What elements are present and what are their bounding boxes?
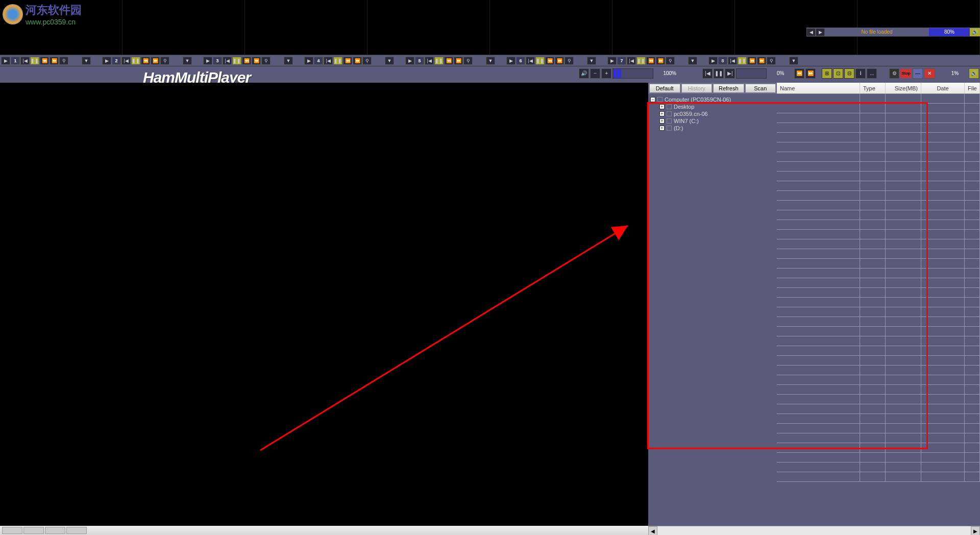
preview-cell[interactable]	[490, 0, 612, 55]
list-row[interactable]	[777, 298, 980, 307]
list-row[interactable]	[777, 191, 980, 201]
forward-all-button[interactable]: ⏩	[805, 68, 816, 79]
tree-node[interactable]: +pc0359.cn-06	[659, 110, 775, 117]
rewind-button[interactable]: ⏪	[141, 57, 150, 65]
expand-icon[interactable]: +	[659, 126, 665, 131]
list-row[interactable]	[777, 327, 980, 336]
forward-button[interactable]: ⏩	[656, 57, 665, 65]
rewind-button[interactable]: ⏪	[747, 57, 756, 65]
play-all-button[interactable]: ▶|	[725, 68, 735, 79]
search-button[interactable]: ⚲	[59, 57, 68, 65]
skip-start-button[interactable]: |◀	[627, 57, 636, 65]
list-row[interactable]	[777, 210, 980, 220]
col-type[interactable]: Type	[860, 83, 886, 93]
col-file[interactable]: File	[965, 83, 980, 93]
tree-node[interactable]: +(D:)	[659, 125, 775, 132]
expand-icon[interactable]: −	[650, 97, 655, 102]
expand-icon[interactable]: +	[659, 111, 665, 116]
search-button[interactable]: ⚲	[261, 57, 271, 65]
layout3-icon[interactable]: ⊟	[844, 68, 854, 79]
rewind-all-button[interactable]: ⏪	[794, 68, 804, 79]
skip-start-button[interactable]: |◀	[223, 57, 232, 65]
taskbar-item[interactable]	[66, 527, 87, 534]
skip-start-button[interactable]: |◀	[121, 57, 131, 65]
list-row[interactable]	[777, 443, 980, 453]
col-date[interactable]: Date	[921, 83, 965, 93]
list-row[interactable]	[777, 239, 980, 249]
forward-button[interactable]: ⏩	[555, 57, 564, 65]
dropdown-button[interactable]: ▼	[183, 57, 192, 65]
list-row[interactable]	[777, 152, 980, 162]
search-button[interactable]: ⚲	[160, 57, 169, 65]
dropdown-button[interactable]: ▼	[587, 57, 596, 65]
list-row[interactable]	[777, 259, 980, 269]
list-row[interactable]	[777, 472, 980, 482]
refresh-button[interactable]: Refresh	[713, 84, 744, 93]
settings-icon[interactable]: ⚙	[889, 68, 899, 79]
search-button[interactable]: ⚲	[463, 57, 473, 65]
more-button[interactable]: ...	[867, 68, 877, 79]
col-name[interactable]: Name	[777, 83, 860, 93]
play-button[interactable]: ▶	[102, 57, 111, 65]
player-number[interactable]: 2	[112, 57, 121, 65]
list-row[interactable]	[777, 414, 980, 424]
list-row[interactable]	[777, 249, 980, 259]
list-row[interactable]	[777, 201, 980, 210]
forward-button[interactable]: ⏩	[151, 57, 160, 65]
search-button[interactable]: ⚲	[666, 57, 675, 65]
info-button[interactable]: i	[855, 68, 866, 79]
player-number[interactable]: 5	[415, 57, 424, 65]
skip-start-button[interactable]: |◀	[728, 57, 737, 65]
checkbox-icon[interactable]	[667, 126, 672, 131]
list-row[interactable]	[777, 404, 980, 414]
list-row[interactable]	[777, 113, 980, 123]
scan-button[interactable]: Scan	[745, 84, 776, 93]
expand-icon[interactable]: +	[659, 118, 665, 124]
play-button[interactable]: ▶	[607, 57, 617, 65]
list-row[interactable]	[777, 104, 980, 113]
dropdown-button[interactable]: ▼	[486, 57, 495, 65]
layout2-icon[interactable]: ⊡	[833, 68, 843, 79]
minimize-button[interactable]: —	[913, 68, 923, 79]
list-row[interactable]	[777, 385, 980, 395]
history-button[interactable]: History	[681, 84, 713, 93]
rewind-button[interactable]: ⏪	[444, 57, 453, 65]
play-button[interactable]: ▶	[506, 57, 516, 65]
pause-button[interactable]: ❚❚	[333, 57, 342, 65]
vol-plus-button[interactable]: +	[601, 68, 611, 79]
position-slider[interactable]	[736, 68, 767, 79]
pause-button[interactable]: ❚❚	[434, 57, 444, 65]
list-row[interactable]	[777, 94, 980, 104]
speaker-icon[interactable]: 🔊	[969, 68, 979, 79]
col-size[interactable]: Size(MB)	[886, 83, 921, 93]
player-number[interactable]: 1	[11, 57, 20, 65]
video-area[interactable]	[0, 83, 648, 526]
preview-cell[interactable]	[122, 0, 245, 55]
skip-start-button[interactable]: |◀	[20, 57, 30, 65]
checkbox-icon[interactable]	[657, 97, 663, 102]
taskbar-item[interactable]	[23, 527, 44, 534]
taskbar-item[interactable]	[45, 527, 65, 534]
file-prev-button[interactable]: ◀	[806, 28, 816, 36]
tree-node[interactable]: +Desktop	[659, 103, 775, 110]
forward-button[interactable]: ⏩	[757, 57, 766, 65]
list-row[interactable]	[777, 230, 980, 239]
list-row[interactable]	[777, 346, 980, 356]
default-button[interactable]: Default	[649, 84, 680, 93]
vol-minus-button[interactable]: −	[590, 68, 600, 79]
list-row[interactable]	[777, 433, 980, 443]
folder-tree[interactable]: − Computer (PC0359CN-06) +Desktop+pc0359…	[648, 94, 777, 526]
player-number[interactable]: 6	[516, 57, 525, 65]
list-row[interactable]	[777, 453, 980, 463]
list-row[interactable]	[777, 123, 980, 133]
mute-button[interactable]: 🔊	[579, 68, 589, 79]
pause-button[interactable]: ❚❚	[232, 57, 241, 65]
list-row[interactable]	[777, 162, 980, 172]
file-speaker-icon[interactable]: 🔊	[970, 28, 980, 36]
dropdown-button[interactable]: ▼	[385, 57, 394, 65]
forward-button[interactable]: ⏩	[50, 57, 59, 65]
search-button[interactable]: ⚲	[362, 57, 372, 65]
dropdown-button[interactable]: ▼	[789, 57, 798, 65]
rewind-button[interactable]: ⏪	[242, 57, 251, 65]
zoom-slider[interactable]	[612, 68, 653, 79]
